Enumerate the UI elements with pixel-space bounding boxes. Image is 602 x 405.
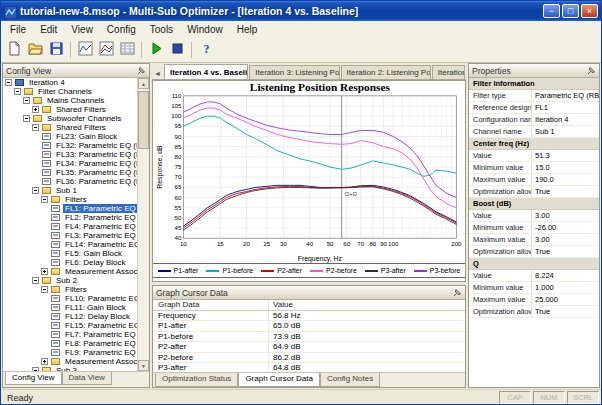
pane-tab-optimization-status[interactable]: Optimization Status bbox=[155, 373, 238, 387]
collapse-icon[interactable] bbox=[32, 124, 39, 131]
property-row[interactable]: Optimization allowedTrue bbox=[469, 246, 599, 258]
expand-icon[interactable] bbox=[41, 358, 48, 365]
stop-button[interactable] bbox=[167, 40, 187, 60]
table-row[interactable]: P1-after65.0 dB bbox=[153, 321, 465, 331]
menu-item-help[interactable]: Help bbox=[230, 23, 265, 36]
property-row[interactable]: Minimum value-26.00 bbox=[469, 222, 599, 234]
tree-item[interactable]: FL15: Parametric EQ (RBJ) bbox=[3, 321, 138, 330]
property-row[interactable]: Value3.00 bbox=[469, 210, 599, 222]
tree-item[interactable]: Sub 2 bbox=[3, 276, 138, 285]
pin-icon[interactable] bbox=[137, 66, 146, 75]
document-tab-iteration-2-listening-positions[interactable]: Iteration 2: Listening Positions bbox=[341, 65, 431, 79]
tree-item[interactable]: FL33: Parametric EQ (RBJ) bbox=[3, 150, 138, 159]
tree-item[interactable]: Filter Channels bbox=[3, 87, 138, 96]
property-value[interactable]: Parametric EQ (RBJ) bbox=[532, 90, 599, 101]
property-row[interactable]: Maximum value190.0 bbox=[469, 174, 599, 186]
tree-item[interactable]: Shared Filters bbox=[3, 123, 138, 132]
collapse-icon[interactable] bbox=[32, 277, 39, 284]
tree-item[interactable]: FL12: Delay Block bbox=[3, 312, 138, 321]
graph-button[interactable] bbox=[75, 40, 95, 60]
pane-tab-graph-cursor-data[interactable]: Graph Cursor Data bbox=[238, 373, 320, 387]
menu-item-view[interactable]: View bbox=[64, 23, 100, 36]
tree-item[interactable]: FL10: Parametric EQ (RBJ) bbox=[3, 294, 138, 303]
menu-item-edit[interactable]: Edit bbox=[33, 23, 64, 36]
tree-item[interactable]: Subwoofer Channels bbox=[3, 114, 138, 123]
property-value[interactable]: 8.224 bbox=[532, 270, 599, 281]
property-value[interactable]: 3.00 bbox=[532, 210, 599, 221]
save-file-button[interactable] bbox=[46, 40, 66, 60]
data-grid-button[interactable] bbox=[117, 40, 137, 60]
tree-item[interactable]: FL9: Parametric EQ (RBJ) bbox=[3, 348, 138, 357]
property-section-header[interactable]: Center freq (Hz) bbox=[469, 138, 599, 150]
chart-canvas[interactable]: 4045505560657075808590951001051101015202… bbox=[153, 81, 465, 263]
expand-icon[interactable] bbox=[41, 268, 48, 275]
property-section-header[interactable]: Q bbox=[469, 258, 599, 270]
tree-item[interactable]: FL3: Parametric EQ (RBJ) bbox=[3, 231, 138, 240]
pane-tab-config-notes[interactable]: Config Notes bbox=[320, 373, 380, 387]
collapse-icon[interactable] bbox=[23, 97, 30, 104]
collapse-icon[interactable] bbox=[32, 187, 39, 194]
table-row[interactable]: P1-before73.9 dB bbox=[153, 332, 465, 342]
pin-icon[interactable] bbox=[453, 288, 462, 297]
pin-icon[interactable] bbox=[587, 66, 596, 75]
tree-item[interactable]: Shared Filters bbox=[3, 105, 138, 114]
tree-item[interactable]: Filters bbox=[3, 285, 138, 294]
tree-item[interactable]: Sub 3 bbox=[3, 366, 138, 371]
table-row[interactable]: P3-after64.8 dB bbox=[153, 363, 465, 372]
tab-scroll-left-icon[interactable]: ◄ bbox=[152, 70, 164, 79]
property-value[interactable]: Sub 1 bbox=[532, 126, 599, 137]
property-value[interactable]: True bbox=[532, 246, 599, 257]
menu-item-config[interactable]: Config bbox=[100, 23, 143, 36]
collapse-icon[interactable] bbox=[5, 79, 12, 86]
tree-item[interactable]: FL7: Parametric EQ (RBJ) bbox=[3, 330, 138, 339]
property-value[interactable]: 190.0 bbox=[532, 174, 599, 185]
property-value[interactable]: 1.000 bbox=[532, 282, 599, 293]
document-tab-iteration-4-vs-baseline[interactable]: Iteration 4 vs. Baseline× bbox=[164, 64, 248, 79]
property-value[interactable]: 3.00 bbox=[532, 234, 599, 245]
graph-overlay-button[interactable] bbox=[96, 40, 116, 60]
scroll-down-icon[interactable]: ▼ bbox=[138, 360, 149, 371]
property-row[interactable]: Optimization allowedTrue bbox=[469, 186, 599, 198]
collapse-icon[interactable] bbox=[41, 196, 48, 203]
scrollbar-track[interactable] bbox=[138, 89, 149, 360]
scrollbar-thumb[interactable] bbox=[138, 91, 149, 149]
collapse-icon[interactable] bbox=[23, 115, 30, 122]
menu-item-file[interactable]: File bbox=[3, 23, 33, 36]
run-optimizer-button[interactable] bbox=[146, 40, 166, 60]
tree-item[interactable]: Filters bbox=[3, 195, 138, 204]
document-tab-iteration-3-listening-positions[interactable]: Iteration 3: Listening Positions bbox=[249, 65, 339, 79]
property-row[interactable]: Optimization allowedTrue bbox=[469, 306, 599, 318]
close-button[interactable]: × bbox=[581, 4, 598, 18]
tree-item[interactable]: FL36: Parametric EQ (RBJ) bbox=[3, 177, 138, 186]
property-section-header[interactable]: Filter Information bbox=[469, 78, 599, 90]
tree-item[interactable]: Measurement Associations bbox=[3, 357, 138, 366]
table-row[interactable]: Frequency56.8 Hz bbox=[153, 311, 465, 321]
document-tab-iteration[interactable]: Iteration bbox=[432, 65, 465, 79]
collapse-icon[interactable] bbox=[41, 286, 48, 293]
tree-item[interactable]: FL2: Parametric EQ (RBJ) bbox=[3, 213, 138, 222]
property-value[interactable]: True bbox=[532, 186, 599, 197]
property-row[interactable]: Value8.224 bbox=[469, 270, 599, 282]
property-value[interactable]: FL1 bbox=[532, 102, 599, 113]
property-value[interactable]: True bbox=[532, 306, 599, 317]
help-button[interactable]: ? bbox=[196, 40, 216, 60]
tree-item[interactable]: FL5: Gain Block bbox=[3, 249, 138, 258]
tree-item[interactable]: Measurement Associations bbox=[3, 267, 138, 276]
open-file-button[interactable] bbox=[25, 40, 45, 60]
property-value[interactable]: 25.000 bbox=[532, 294, 599, 305]
property-value[interactable]: Iteration 4 bbox=[532, 114, 599, 125]
tree-item[interactable]: FL34: Parametric EQ (RBJ) bbox=[3, 159, 138, 168]
table-row[interactable]: P2-before86.2 dB bbox=[153, 353, 465, 363]
menu-item-tools[interactable]: Tools bbox=[143, 23, 180, 36]
maximize-button[interactable]: □ bbox=[562, 4, 579, 18]
property-row[interactable]: Channel nameSub 1 bbox=[469, 126, 599, 138]
tree-item[interactable]: FL4: Parametric EQ (RBJ) bbox=[3, 222, 138, 231]
menu-item-window[interactable]: Window bbox=[180, 23, 230, 36]
tree-item[interactable]: Iteration 4 bbox=[3, 78, 138, 87]
tree-item[interactable]: FL35: Parametric EQ (RBJ) bbox=[3, 168, 138, 177]
property-value[interactable]: -26.00 bbox=[532, 222, 599, 233]
collapse-icon[interactable] bbox=[14, 88, 21, 95]
tree-item[interactable]: FL14: Parametric EQ (RBJ) bbox=[3, 240, 138, 249]
tree-item[interactable]: FL8: Parametric EQ (RBJ) bbox=[3, 339, 138, 348]
expand-icon[interactable] bbox=[32, 106, 39, 113]
